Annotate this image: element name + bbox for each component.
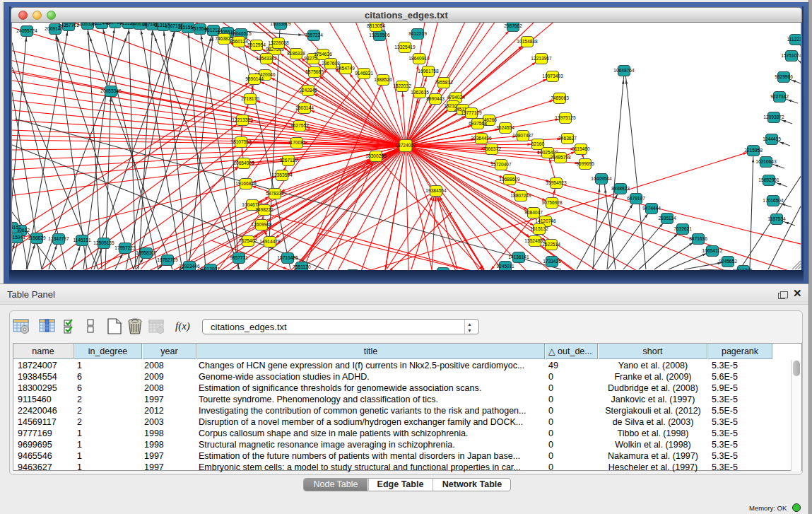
svg-text:10654985: 10654985	[233, 160, 254, 165]
svg-text:7366372: 7366372	[483, 146, 501, 151]
svg-text:18724007: 18724007	[395, 143, 416, 148]
svg-text:12923446: 12923446	[179, 264, 200, 269]
svg-text:9146821: 9146821	[355, 71, 373, 76]
svg-text:1112233: 1112233	[787, 37, 801, 42]
svg-text:12093872: 12093872	[763, 115, 784, 119]
svg-text:10543342: 10543342	[256, 56, 277, 61]
svg-text:7351120: 7351120	[293, 264, 311, 269]
svg-text:9699695: 9699695	[576, 161, 594, 166]
svg-text:4794024: 4794024	[447, 95, 465, 100]
svg-text:15751074: 15751074	[781, 53, 801, 58]
svg-text:1362615: 1362615	[411, 90, 429, 95]
svg-text:10654112: 10654112	[702, 248, 723, 253]
svg-text:1145191: 1145191	[73, 238, 91, 243]
svg-text:16782759: 16782759	[157, 257, 178, 262]
svg-text:9245652: 9245652	[719, 259, 737, 264]
svg-text:14120746: 14120746	[535, 218, 556, 223]
svg-text:9474444: 9474444	[642, 206, 661, 211]
svg-text:1244415: 1244415	[763, 136, 781, 141]
svg-text:16409544: 16409544	[591, 176, 612, 181]
svg-text:4411205: 4411205	[734, 268, 753, 270]
svg-text:16961758: 16961758	[418, 69, 439, 74]
svg-text:10807487: 10807487	[512, 133, 534, 138]
svg-text:2803144: 2803144	[295, 105, 314, 110]
svg-text:8471636: 8471636	[689, 236, 707, 241]
svg-text:3215958: 3215958	[744, 148, 763, 153]
svg-text:1388520: 1388520	[374, 77, 392, 82]
svg-text:8454749: 8454749	[336, 66, 355, 71]
svg-text:19218506: 19218506	[369, 33, 390, 37]
svg-text:20053346: 20053346	[100, 88, 122, 93]
svg-text:12353594: 12353594	[271, 173, 293, 177]
svg-text:7357224: 7357224	[305, 33, 323, 37]
svg-text:2718170: 2718170	[241, 96, 259, 101]
svg-text:30756928: 30756928	[541, 200, 563, 205]
svg-text:19166829: 19166829	[235, 181, 257, 186]
svg-text:2935114: 2935114	[658, 216, 676, 221]
svg-text:6479197: 6479197	[627, 196, 645, 201]
svg-text:9084047: 9084047	[524, 210, 543, 215]
svg-text:16033809: 16033809	[270, 23, 291, 26]
svg-text:10973493: 10973493	[542, 74, 563, 78]
svg-text:2087662: 2087662	[504, 23, 522, 28]
svg-text:9857771: 9857771	[230, 255, 248, 260]
svg-text:9227342: 9227342	[770, 94, 789, 99]
svg-text:10154838: 10154838	[517, 39, 538, 44]
svg-text:14136141: 14136141	[508, 255, 529, 259]
svg-text:3624554: 3624554	[496, 125, 514, 130]
svg-text:10958107: 10958107	[136, 250, 157, 255]
svg-text:9245011: 9245011	[496, 264, 514, 269]
svg-text:2522514: 2522514	[542, 242, 560, 247]
svg-text:8990443: 8990443	[426, 96, 445, 101]
svg-text:5875685: 5875685	[305, 69, 324, 74]
svg-text:10046515: 10046515	[230, 31, 252, 36]
svg-text:3498222: 3498222	[255, 207, 273, 212]
svg-text:9115460: 9115460	[572, 146, 590, 151]
svg-text:8660124: 8660124	[230, 39, 248, 44]
svg-text:1754636: 1754636	[314, 52, 332, 57]
svg-text:15720407: 15720407	[490, 162, 512, 167]
svg-text:18640910: 18640910	[408, 56, 430, 61]
svg-text:12213389: 12213389	[232, 117, 253, 122]
svg-text:3915941: 3915941	[12, 235, 25, 240]
svg-text:2367608: 2367608	[322, 61, 340, 66]
svg-text:5878332: 5878332	[266, 191, 284, 196]
svg-text:17016504: 17016504	[763, 198, 784, 203]
svg-text:1615132: 1615132	[530, 226, 548, 231]
svg-text:12505135: 12505135	[93, 240, 114, 245]
svg-text:12342737: 12342737	[48, 236, 69, 241]
svg-text:1170081: 1170081	[288, 140, 306, 145]
svg-text:15692991: 15692991	[758, 177, 779, 182]
svg-text:23495798: 23495798	[550, 155, 571, 160]
svg-text:19384554: 19384554	[425, 188, 447, 193]
svg-text:8912954: 8912954	[247, 42, 266, 47]
svg-text:10688609: 10688609	[499, 177, 520, 182]
svg-text:6937568: 6937568	[469, 121, 487, 126]
svg-text:1156829: 1156829	[28, 235, 46, 240]
svg-text:1993151: 1993151	[12, 225, 21, 230]
svg-text:13975125: 13975125	[555, 115, 576, 120]
svg-text:1822032: 1822032	[393, 83, 411, 88]
svg-text:8812001: 8812001	[201, 267, 220, 270]
svg-text:15716485: 15716485	[277, 255, 298, 260]
svg-text:19777109: 19777109	[461, 110, 482, 115]
svg-text:8412219: 8412219	[408, 31, 427, 36]
svg-text:12213967: 12213967	[531, 56, 552, 61]
svg-text:7625402: 7625402	[239, 238, 257, 243]
svg-text:13325419: 13325419	[394, 45, 416, 49]
svg-text:20364436: 20364436	[471, 136, 492, 141]
svg-text:8186328: 8186328	[287, 51, 305, 56]
svg-text:13226058: 13226058	[268, 40, 289, 45]
svg-text:18300295: 18300295	[365, 153, 387, 158]
svg-text:24055724: 24055724	[16, 28, 37, 33]
svg-text:1187534: 1187534	[767, 216, 786, 221]
svg-text:3242848: 3242848	[299, 88, 317, 93]
svg-text:9463627: 9463627	[558, 136, 577, 141]
svg-text:7955812: 7955812	[435, 80, 453, 85]
svg-text:8813054: 8813054	[367, 23, 385, 28]
svg-text:9627552: 9627552	[290, 123, 309, 128]
svg-text:9329966: 9329966	[775, 74, 793, 79]
svg-text:14914479: 14914479	[259, 239, 281, 244]
svg-text:3267110: 3267110	[279, 158, 298, 163]
svg-text:18107553: 18107553	[230, 139, 252, 144]
